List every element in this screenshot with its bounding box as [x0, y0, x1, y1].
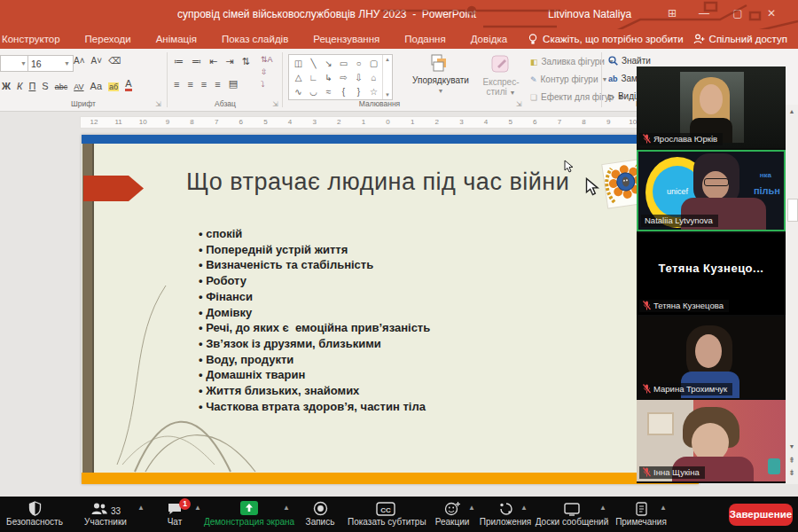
bullet-item: Воду, продукти: [199, 352, 615, 368]
scrollbar-thumb[interactable]: [787, 199, 798, 222]
search-icon: [608, 56, 618, 66]
smiley-plus-icon: [444, 501, 461, 516]
bullet-item: Часткова втрата здоров’я, частин тіла: [199, 399, 615, 415]
vertical-scrollbar[interactable]: ▲ ▼ ⇞ ⇟: [784, 105, 798, 484]
tab-animations[interactable]: Анімація: [144, 34, 209, 44]
slide-bottom-orange-band: [82, 473, 699, 484]
participant-tile-yaroslava[interactable]: Ярослава Юрків: [637, 66, 786, 148]
share-screen-icon: [238, 500, 261, 516]
notes-chevron-icon[interactable]: ▲: [660, 504, 667, 512]
participant-tile-tetiana-camera-off[interactable]: Тетяна Кузнецо... Тетяна Кузнецова: [637, 233, 786, 315]
font-dialog-launcher-icon[interactable]: ⇲: [155, 100, 161, 108]
bullet-item: Речі, до яких є емоційна прив’язаність: [199, 320, 615, 336]
bullet-item: Домашніх тварин: [199, 367, 615, 383]
tab-slideshow[interactable]: Показ слайдів: [209, 34, 301, 44]
participant-nametag: Марина Трохимчук: [639, 383, 732, 395]
participants-chevron-icon[interactable]: ▲: [137, 504, 145, 512]
font-size-combo[interactable]: 16▼: [27, 55, 74, 72]
tab-view[interactable]: Подання: [392, 34, 458, 44]
quick-styles-icon: [490, 54, 512, 74]
apps-chevron-icon[interactable]: ▲: [520, 504, 528, 512]
cc-icon: CC: [376, 502, 395, 516]
ruler-numbers: 121110987654321012345678910: [90, 118, 638, 126]
tab-design[interactable]: Конструктор: [0, 34, 73, 44]
svg-text:CC: CC: [380, 506, 391, 514]
participant-tile-nataliia-active-speaker[interactable]: unicef нка пільн Nataliia Lytvynova: [637, 150, 786, 231]
shapes-gallery[interactable]: ◫╲↘▭○▢△∟↳⇨⇩⌂∿◡≈{}☆: [288, 54, 393, 100]
text-direction-buttons[interactable]: ⇅A⇳⤵: [261, 55, 273, 89]
reactions-chevron-icon[interactable]: ▲: [468, 504, 475, 512]
minimize-icon[interactable]: —: [697, 7, 711, 20]
notes-icon: [635, 502, 648, 516]
participant-tile-maryna[interactable]: Марина Трохимчук: [637, 317, 786, 398]
participant-nametag: Ярослава Юрків: [639, 133, 723, 145]
security-button[interactable]: Безопасность: [4, 499, 66, 527]
bullet-item: Фінанси: [199, 289, 615, 305]
participant-nametag: Nataliia Lytvynova: [641, 215, 718, 227]
paragraph-buttons-row1[interactable]: ≔≕⇤⇥⇅: [174, 56, 250, 67]
bullet-item: Визначеність та стабільність: [199, 257, 615, 273]
next-slide-icon[interactable]: ⇟: [785, 468, 798, 477]
participant-nametag: Інна Щукіна: [639, 466, 705, 479]
muted-mic-icon: [643, 134, 651, 144]
slide-canvas[interactable]: Що втрачає людина під час війни спокій П…: [82, 135, 699, 484]
participants-button[interactable]: 33 Участники: [75, 499, 136, 527]
participants-icon: [90, 502, 108, 516]
previous-slide-icon[interactable]: ⇞: [785, 456, 798, 465]
account-user-name: Litvinova Nataliya: [548, 8, 631, 20]
muted-mic-icon: [643, 384, 651, 394]
font-size-buttons[interactable]: A˄A˅⌫: [74, 56, 121, 66]
zoom-participants-panel: Ярослава Юрків unicef нка пільн Nataliia…: [637, 66, 786, 483]
chat-button[interactable]: Чат 1: [153, 499, 197, 527]
record-button[interactable]: Запись: [298, 499, 342, 527]
person-plus-icon: [693, 34, 705, 44]
zoom-toolbar: Безопасность 33 Участники ▲ Чат 1 ▲ Демо…: [0, 497, 798, 532]
record-icon: [313, 501, 328, 516]
whiteboards-chevron-icon[interactable]: ▲: [599, 504, 606, 512]
whiteboard-icon: [563, 502, 581, 516]
font-style-buttons[interactable]: ЖКПSabcAVAaабА: [2, 78, 132, 91]
powerpoint-titlebar: супровід сімей військовослужбовців ЛНУ 2…: [0, 0, 798, 29]
muted-mic-icon: [643, 301, 651, 310]
participant-nametag: Тетяна Кузнецова: [639, 300, 729, 312]
captions-button[interactable]: CC Показать субтитры: [348, 499, 424, 527]
participant-display-name: Тетяна Кузнецо...: [637, 262, 786, 275]
share-screen-chevron-icon[interactable]: ▲: [283, 504, 290, 512]
bullet-item: Життя близьких, знайомих: [199, 383, 615, 399]
shape-outline-button[interactable]: ✎Контур фігури▼: [530, 74, 607, 84]
scroll-up-icon[interactable]: ▲: [785, 108, 798, 114]
group-label-drawing: Малювання: [282, 99, 477, 108]
group-label-font: Шрифт: [0, 99, 167, 108]
paragraph-buttons-row2[interactable]: ≡≡≡≡▤: [174, 78, 238, 90]
tab-transitions[interactable]: Переходи: [73, 34, 144, 44]
scroll-down-icon[interactable]: ▼: [785, 443, 798, 450]
unicef-logo-text: unicef: [667, 187, 688, 196]
document-title: супровід сімей військовослужбовців ЛНУ 2…: [177, 8, 476, 20]
tab-review[interactable]: Рецензування: [301, 34, 392, 44]
slide-bullet-list[interactable]: спокій Попередній устрій життя Визначені…: [199, 226, 615, 414]
bullet-item: Роботу: [199, 273, 615, 289]
close-window-icon[interactable]: ✕: [764, 7, 778, 20]
drawing-dialog-launcher-icon[interactable]: ⇲: [516, 100, 522, 108]
arrange-icon: [431, 54, 450, 72]
bullet-item: Зв’язок із друзями, близькими: [199, 336, 615, 352]
shapes-gallery-scrollbar[interactable]: ▲▼: [382, 55, 392, 99]
shield-icon: [28, 501, 42, 516]
tab-help[interactable]: Довідка: [458, 34, 520, 44]
share-button[interactable]: Спільний доступ: [693, 29, 787, 49]
end-meeting-button[interactable]: Завершение: [729, 504, 793, 526]
quick-styles-button[interactable]: Експрес- стилі ▼: [475, 54, 527, 97]
lightbulb-icon: [528, 34, 537, 45]
bullet-item: Попередній устрій життя: [199, 242, 615, 258]
tell-me-search[interactable]: Скажіть, що потрібно зробити: [528, 34, 684, 45]
restore-window-icon[interactable]: ▢: [731, 7, 745, 20]
group-drawing: ◫╲↘▭○▢△∟↳⇨⇩⌂∿◡≈{}☆ ▲▼ Упорядкувати▼ Експ…: [282, 49, 601, 111]
arrange-button[interactable]: Упорядкувати▼: [406, 54, 475, 95]
slide-title[interactable]: Що втрачає людина під час війни: [186, 168, 621, 196]
ribbon-display-options-icon[interactable]: ⊞: [665, 7, 679, 20]
font-name-combo[interactable]: ▼: [0, 55, 30, 72]
find-button[interactable]: Знайти: [608, 56, 651, 66]
participants-count: 33: [111, 506, 121, 516]
paragraph-dialog-launcher-icon[interactable]: ⇲: [272, 100, 278, 108]
participant-tile-inna[interactable]: Інна Щукіна: [637, 400, 786, 481]
